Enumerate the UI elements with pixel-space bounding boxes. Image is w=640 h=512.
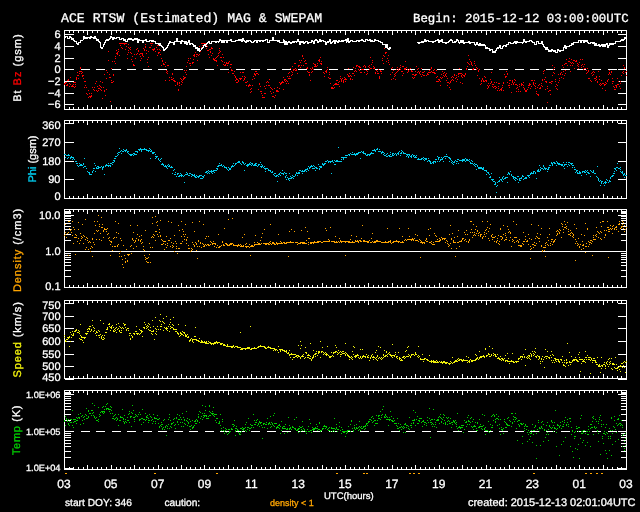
svg-text:6: 6 — [54, 29, 60, 41]
svg-text:Phi (gsm): Phi (gsm) — [27, 135, 39, 182]
svg-text:start DOY: 346: start DOY: 346 — [65, 498, 132, 509]
svg-text:Begin: 2015-12-12 03:00:00UTC: Begin: 2015-12-12 03:00:00UTC — [413, 12, 629, 26]
svg-text:500: 500 — [42, 361, 60, 373]
svg-text:1.0E+05: 1.0E+05 — [26, 427, 61, 437]
svg-text:0: 0 — [54, 191, 60, 203]
svg-text:10.0: 10.0 — [39, 210, 60, 222]
svg-text:01: 01 — [572, 477, 586, 491]
svg-text:Temp (K): Temp (K) — [11, 405, 23, 455]
svg-text:−2: −2 — [48, 76, 61, 88]
svg-text:270: 270 — [42, 137, 60, 149]
svg-text:−6: −6 — [48, 99, 61, 111]
svg-text:600: 600 — [42, 336, 60, 348]
svg-text:created: 2015-12-13 02:01:04UT: created: 2015-12-13 02:01:04UTC — [468, 497, 636, 509]
svg-text:1.0E+06: 1.0E+06 — [26, 390, 61, 400]
svg-text:180: 180 — [42, 156, 60, 168]
svg-text:21: 21 — [479, 477, 493, 491]
svg-text:23: 23 — [526, 477, 540, 491]
svg-text:19: 19 — [432, 477, 446, 491]
svg-text:1.0E+04: 1.0E+04 — [26, 463, 61, 473]
svg-text:13: 13 — [291, 477, 305, 491]
svg-text:Speed (km/s): Speed (km/s) — [13, 301, 25, 377]
svg-text:700: 700 — [42, 311, 60, 323]
svg-text:UTC(hours): UTC(hours) — [324, 491, 374, 502]
svg-text:caution:: caution: — [165, 498, 201, 509]
svg-text:−4: −4 — [48, 88, 61, 100]
svg-text:15: 15 — [338, 477, 352, 491]
svg-text:05: 05 — [104, 477, 118, 491]
svg-text:360: 360 — [42, 120, 60, 132]
svg-text:ACE RTSW (Estimated) MAG & SWE: ACE RTSW (Estimated) MAG & SWEPAM — [61, 11, 322, 26]
svg-text:0.1: 0.1 — [45, 281, 60, 293]
svg-text:03: 03 — [619, 477, 633, 491]
svg-text:Density (/cm3): Density (/cm3) — [12, 208, 24, 292]
svg-text:07: 07 — [151, 477, 165, 491]
svg-text:17: 17 — [385, 477, 399, 491]
svg-text:4: 4 — [54, 41, 60, 53]
svg-text:450: 450 — [42, 372, 60, 384]
svg-text:0: 0 — [54, 64, 60, 76]
svg-text:11: 11 — [245, 477, 258, 491]
svg-text:2: 2 — [54, 53, 60, 65]
svg-text:1.0: 1.0 — [45, 246, 60, 258]
svg-text:90: 90 — [48, 174, 60, 186]
svg-text:550: 550 — [42, 349, 60, 361]
svg-text:03: 03 — [57, 477, 71, 491]
svg-text:density < 1: density < 1 — [270, 498, 314, 508]
svg-text:09: 09 — [198, 477, 212, 491]
svg-text:650: 650 — [42, 323, 60, 335]
svg-text:Bt Bz (gsm): Bt Bz (gsm) — [12, 33, 24, 101]
svg-text:750: 750 — [42, 300, 60, 312]
